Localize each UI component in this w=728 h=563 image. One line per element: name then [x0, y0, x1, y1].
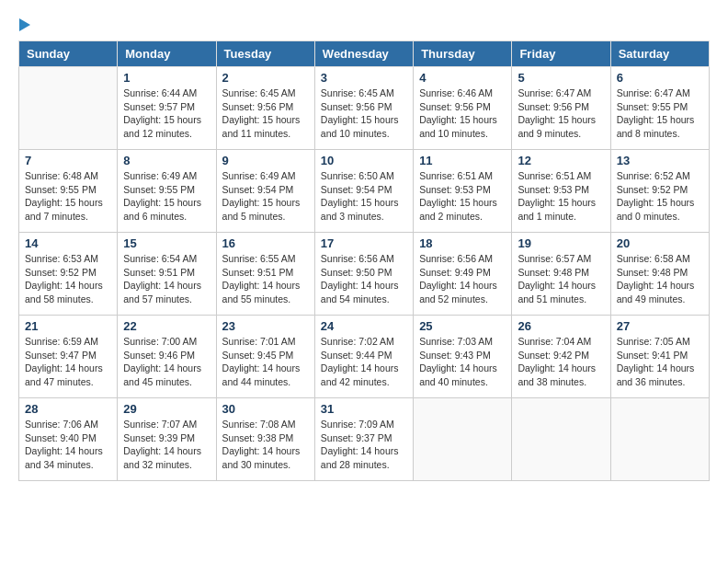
day-number: 16 [222, 236, 309, 250]
day-info: Sunrise: 6:56 AM Sunset: 9:50 PM Dayligh… [321, 252, 407, 306]
day-number: 10 [321, 154, 407, 167]
day-number: 22 [123, 319, 210, 333]
day-info: Sunrise: 6:54 AM Sunset: 9:51 PM Dayligh… [123, 252, 210, 306]
day-info: Sunrise: 7:06 AM Sunset: 9:40 PM Dayligh… [25, 418, 111, 472]
calendar-cell: 7Sunrise: 6:48 AM Sunset: 9:55 PM Daylig… [19, 150, 118, 233]
day-number: 20 [617, 236, 703, 250]
day-info: Sunrise: 6:44 AM Sunset: 9:57 PM Dayligh… [123, 86, 210, 141]
calendar-header-tuesday: Tuesday [216, 41, 314, 67]
calendar-cell: 29Sunrise: 7:07 AM Sunset: 9:39 PM Dayli… [118, 398, 216, 481]
calendar-cell: 21Sunrise: 6:59 AM Sunset: 9:47 PM Dayli… [19, 316, 118, 398]
day-info: Sunrise: 7:02 AM Sunset: 9:44 PM Dayligh… [321, 335, 407, 389]
calendar-week-3: 14Sunrise: 6:53 AM Sunset: 9:52 PM Dayli… [19, 233, 710, 316]
logo-arrow-icon [19, 18, 30, 31]
calendar-cell: 14Sunrise: 6:53 AM Sunset: 9:52 PM Dayli… [19, 233, 118, 316]
day-info: Sunrise: 7:00 AM Sunset: 9:46 PM Dayligh… [123, 335, 210, 389]
calendar-week-2: 7Sunrise: 6:48 AM Sunset: 9:55 PM Daylig… [19, 150, 710, 233]
calendar-cell: 11Sunrise: 6:51 AM Sunset: 9:53 PM Dayli… [414, 150, 512, 233]
day-number: 8 [123, 154, 210, 167]
calendar-header-monday: Monday [118, 41, 216, 67]
day-number: 31 [321, 402, 407, 416]
calendar-cell: 19Sunrise: 6:57 AM Sunset: 9:48 PM Dayli… [512, 233, 610, 316]
calendar-header-wednesday: Wednesday [314, 41, 413, 67]
calendar-header-thursday: Thursday [414, 41, 512, 67]
calendar-cell: 18Sunrise: 6:56 AM Sunset: 9:49 PM Dayli… [414, 233, 512, 316]
day-info: Sunrise: 7:05 AM Sunset: 9:41 PM Dayligh… [617, 335, 703, 389]
day-number: 7 [25, 154, 111, 167]
day-number: 21 [25, 319, 111, 333]
calendar-cell: 24Sunrise: 7:02 AM Sunset: 9:44 PM Dayli… [314, 316, 413, 398]
calendar-header-friday: Friday [512, 41, 610, 67]
day-number: 29 [123, 402, 210, 416]
day-number: 17 [321, 236, 407, 250]
calendar-cell: 15Sunrise: 6:54 AM Sunset: 9:51 PM Dayli… [118, 233, 216, 316]
calendar-week-1: 1Sunrise: 6:44 AM Sunset: 9:57 PM Daylig… [19, 67, 710, 150]
day-info: Sunrise: 6:48 AM Sunset: 9:55 PM Dayligh… [25, 169, 111, 224]
day-number: 28 [25, 402, 111, 416]
calendar-cell: 12Sunrise: 6:51 AM Sunset: 9:53 PM Dayli… [512, 150, 610, 233]
day-info: Sunrise: 6:51 AM Sunset: 9:53 PM Dayligh… [419, 169, 506, 224]
day-info: Sunrise: 6:49 AM Sunset: 9:54 PM Dayligh… [222, 169, 309, 224]
day-info: Sunrise: 6:46 AM Sunset: 9:56 PM Dayligh… [419, 86, 506, 141]
day-number: 30 [222, 402, 309, 416]
calendar-cell: 1Sunrise: 6:44 AM Sunset: 9:57 PM Daylig… [118, 67, 216, 150]
day-info: Sunrise: 7:09 AM Sunset: 9:37 PM Dayligh… [321, 418, 407, 472]
day-number: 27 [617, 319, 703, 333]
day-number: 11 [419, 154, 506, 167]
day-info: Sunrise: 6:56 AM Sunset: 9:49 PM Dayligh… [419, 252, 506, 306]
day-info: Sunrise: 7:01 AM Sunset: 9:45 PM Dayligh… [222, 335, 309, 389]
day-info: Sunrise: 7:08 AM Sunset: 9:38 PM Dayligh… [222, 418, 309, 472]
day-number: 18 [419, 236, 506, 250]
day-number: 25 [419, 319, 506, 333]
day-info: Sunrise: 6:52 AM Sunset: 9:52 PM Dayligh… [617, 169, 703, 224]
day-number: 23 [222, 319, 309, 333]
calendar-week-5: 28Sunrise: 7:06 AM Sunset: 9:40 PM Dayli… [19, 398, 710, 481]
calendar-cell: 16Sunrise: 6:55 AM Sunset: 9:51 PM Dayli… [216, 233, 314, 316]
calendar-cell: 6Sunrise: 6:47 AM Sunset: 9:55 PM Daylig… [610, 67, 709, 150]
calendar-cell: 5Sunrise: 6:47 AM Sunset: 9:56 PM Daylig… [512, 67, 610, 150]
calendar-cell: 23Sunrise: 7:01 AM Sunset: 9:45 PM Dayli… [216, 316, 314, 398]
calendar-table: SundayMondayTuesdayWednesdayThursdayFrid… [18, 40, 710, 481]
calendar-cell: 9Sunrise: 6:49 AM Sunset: 9:54 PM Daylig… [216, 150, 314, 233]
calendar-cell: 28Sunrise: 7:06 AM Sunset: 9:40 PM Dayli… [19, 398, 118, 481]
calendar-week-4: 21Sunrise: 6:59 AM Sunset: 9:47 PM Dayli… [19, 316, 710, 398]
day-info: Sunrise: 6:51 AM Sunset: 9:53 PM Dayligh… [518, 169, 604, 224]
calendar-header-row: SundayMondayTuesdayWednesdayThursdayFrid… [19, 41, 710, 67]
day-info: Sunrise: 6:57 AM Sunset: 9:48 PM Dayligh… [518, 252, 604, 306]
day-number: 26 [518, 319, 604, 333]
day-number: 6 [617, 71, 703, 85]
day-info: Sunrise: 6:47 AM Sunset: 9:56 PM Dayligh… [518, 86, 604, 141]
calendar-cell: 3Sunrise: 6:45 AM Sunset: 9:56 PM Daylig… [314, 67, 413, 150]
day-number: 5 [518, 71, 604, 85]
day-number: 12 [518, 154, 604, 167]
day-info: Sunrise: 6:58 AM Sunset: 9:48 PM Dayligh… [617, 252, 703, 306]
calendar-cell [512, 398, 610, 481]
day-info: Sunrise: 7:03 AM Sunset: 9:43 PM Dayligh… [419, 335, 506, 389]
calendar-cell: 4Sunrise: 6:46 AM Sunset: 9:56 PM Daylig… [414, 67, 512, 150]
day-number: 15 [123, 236, 210, 250]
day-number: 24 [321, 319, 407, 333]
day-number: 9 [222, 154, 309, 167]
calendar-header-saturday: Saturday [610, 41, 709, 67]
day-info: Sunrise: 6:45 AM Sunset: 9:56 PM Dayligh… [321, 86, 407, 141]
calendar-header-sunday: Sunday [19, 41, 118, 67]
calendar-cell: 8Sunrise: 6:49 AM Sunset: 9:55 PM Daylig… [118, 150, 216, 233]
day-number: 3 [321, 71, 407, 85]
calendar-cell: 20Sunrise: 6:58 AM Sunset: 9:48 PM Dayli… [610, 233, 709, 316]
day-info: Sunrise: 6:59 AM Sunset: 9:47 PM Dayligh… [25, 335, 111, 389]
calendar-cell: 10Sunrise: 6:50 AM Sunset: 9:54 PM Dayli… [314, 150, 413, 233]
day-number: 1 [123, 71, 210, 85]
day-info: Sunrise: 6:53 AM Sunset: 9:52 PM Dayligh… [25, 252, 111, 306]
calendar-cell: 17Sunrise: 6:56 AM Sunset: 9:50 PM Dayli… [314, 233, 413, 316]
calendar-cell: 2Sunrise: 6:45 AM Sunset: 9:56 PM Daylig… [216, 67, 314, 150]
calendar-cell [414, 398, 512, 481]
day-number: 4 [419, 71, 506, 85]
day-info: Sunrise: 6:49 AM Sunset: 9:55 PM Dayligh… [123, 169, 210, 224]
day-info: Sunrise: 7:07 AM Sunset: 9:39 PM Dayligh… [123, 418, 210, 472]
day-info: Sunrise: 7:04 AM Sunset: 9:42 PM Dayligh… [518, 335, 604, 389]
day-number: 14 [25, 236, 111, 250]
calendar-cell: 25Sunrise: 7:03 AM Sunset: 9:43 PM Dayli… [414, 316, 512, 398]
calendar-cell: 31Sunrise: 7:09 AM Sunset: 9:37 PM Dayli… [314, 398, 413, 481]
day-number: 13 [617, 154, 703, 167]
calendar-cell: 30Sunrise: 7:08 AM Sunset: 9:38 PM Dayli… [216, 398, 314, 481]
